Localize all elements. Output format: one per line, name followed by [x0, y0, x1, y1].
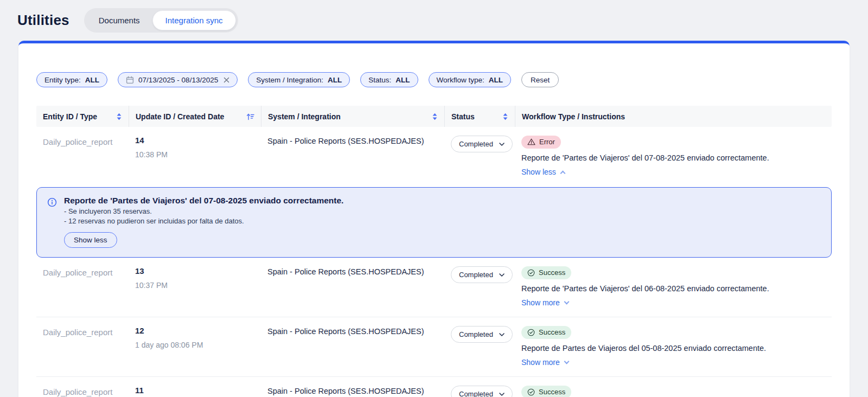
sort-icon [116, 113, 122, 120]
instruction-text: Reporte de 'Partes de Viajeros' del 06-0… [521, 284, 825, 293]
filter-workflow-type[interactable]: Workflow type: ALL [429, 72, 512, 87]
status-cell: Completed [444, 266, 515, 308]
status-cell: Completed [444, 136, 515, 177]
status-dropdown[interactable]: Completed [451, 136, 513, 152]
workflow-cell: Success Reporte de Partes de Viajeros de… [515, 386, 832, 397]
status-badge: Success [521, 386, 571, 397]
update-cell: 13 10:37 PM [129, 266, 261, 308]
workflow-cell: Success Reporte de Partes de Viajeros de… [515, 326, 832, 367]
column-header-update-id[interactable]: Update ID / Created Date [129, 106, 261, 127]
expanded-report-panel: Reporte de 'Partes de Viajeros' del 07-0… [36, 187, 832, 258]
status-value: Completed [459, 271, 493, 279]
panel-body: Reporte de 'Partes de Viajeros' del 07-0… [64, 196, 820, 248]
status-badge: Success [521, 326, 571, 339]
table-row: Daily_police_report 14 10:38 PM Spain - … [36, 127, 832, 186]
integration-sync-table: Entity ID / Type Update ID / Created Dat… [36, 106, 832, 397]
show-toggle-link[interactable]: Show more [521, 298, 569, 307]
filter-system-value: ALL [328, 76, 342, 84]
instruction-text: Reporte de 'Partes de Viajeros' del 07-0… [521, 153, 825, 162]
table-row: Daily_police_report 11 1 day ago 08:06 P… [36, 376, 832, 397]
filter-system-integration[interactable]: System / Integration: ALL [248, 72, 350, 87]
tab-documents[interactable]: Documents [86, 10, 152, 30]
column-header-entity-id[interactable]: Entity ID / Type [36, 106, 129, 127]
update-cell: 14 10:38 PM [129, 136, 261, 177]
warning-triangle-icon [527, 138, 535, 145]
panel-detail-line: - Se incluyeron 35 reservas. [64, 207, 820, 215]
filter-status-label: Status: [368, 76, 391, 84]
status-badge: Error [521, 136, 561, 149]
show-toggle-label: Show less [521, 168, 556, 176]
panel-title: Reporte de 'Partes de Viajeros' del 07-0… [64, 196, 820, 206]
filter-workflow-value: ALL [489, 76, 503, 84]
status-value: Completed [459, 330, 493, 338]
page-title: Utilities [17, 12, 69, 29]
status-dropdown[interactable]: Completed [451, 386, 513, 397]
check-circle-icon [527, 388, 535, 396]
sort-ascending-icon [246, 113, 254, 120]
chevron-down-icon [564, 299, 569, 305]
chevron-down-icon [499, 273, 505, 277]
column-header-label: Entity ID / Type [43, 112, 97, 121]
tab-group: Documents Integration sync [84, 8, 238, 33]
created-date: 10:37 PM [135, 281, 254, 290]
update-cell: 12 1 day ago 08:06 PM [129, 326, 261, 367]
entity-id: Daily_police_report [36, 136, 129, 177]
check-circle-icon [527, 269, 535, 277]
filter-entity-type[interactable]: Entity type: ALL [36, 72, 107, 87]
status-dropdown[interactable]: Completed [451, 326, 513, 343]
sort-icon [502, 113, 508, 120]
status-badge: Success [521, 266, 571, 279]
update-id: 14 [135, 136, 254, 145]
system-integration: Spain - Police Reports (SES.HOSPEDAJES) [261, 136, 444, 177]
system-integration: Spain - Police Reports (SES.HOSPEDAJES) [261, 386, 444, 397]
filter-entity-type-value: ALL [85, 76, 99, 84]
workflow-cell: Error Reporte de 'Partes de Viajeros' de… [515, 136, 832, 177]
filter-date-range[interactable]: 07/13/2025 - 08/13/2025 [118, 72, 238, 87]
status-value: Completed [459, 390, 493, 397]
filter-workflow-label: Workflow type: [437, 76, 484, 84]
badge-label: Error [539, 138, 555, 146]
status-dropdown[interactable]: Completed [451, 266, 513, 283]
check-circle-icon [527, 329, 535, 336]
show-toggle-label: Show more [521, 358, 560, 367]
column-header-workflow[interactable]: Workflow Type / Instructions [515, 106, 832, 127]
integration-sync-card: Entity type: ALL 07/13/2025 - 08/13/2025… [18, 41, 850, 397]
show-toggle-label: Show more [521, 298, 560, 307]
created-date: 10:38 PM [135, 150, 254, 159]
chevron-down-icon [564, 359, 569, 364]
panel-detail-line: - 12 reservas no pudieron ser incluidas … [64, 217, 820, 225]
update-id: 12 [135, 326, 254, 335]
table-row: Daily_police_report 13 10:37 PM Spain - … [36, 258, 832, 317]
filter-system-label: System / Integration: [256, 76, 323, 84]
filter-status[interactable]: Status: ALL [360, 72, 418, 87]
info-circle-icon [47, 197, 57, 248]
filter-bar: Entity type: ALL 07/13/2025 - 08/13/2025… [36, 72, 832, 87]
badge-label: Success [539, 388, 565, 396]
chevron-down-icon [499, 393, 505, 396]
entity-id: Daily_police_report [36, 386, 129, 397]
chevron-down-icon [499, 333, 505, 336]
filter-date-range-value: 07/13/2025 - 08/13/2025 [138, 76, 218, 84]
column-header-system[interactable]: System / Integration [261, 106, 444, 127]
reset-button[interactable]: Reset [521, 72, 559, 87]
column-header-label: Workflow Type / Instructions [522, 112, 625, 121]
calendar-icon [126, 76, 134, 84]
column-header-label: Status [451, 112, 475, 121]
system-integration: Spain - Police Reports (SES.HOSPEDAJES) [261, 326, 444, 367]
tab-integration-sync[interactable]: Integration sync [152, 10, 236, 30]
created-date: 1 day ago 08:06 PM [135, 341, 254, 349]
update-id: 11 [135, 386, 254, 395]
status-cell: Completed [444, 326, 515, 367]
instruction-text: Reporte de Partes de Viajeros del 05-08-… [521, 344, 825, 353]
status-cell: Completed [444, 386, 515, 397]
show-toggle-link[interactable]: Show more [521, 358, 569, 367]
column-header-label: Update ID / Created Date [136, 112, 224, 121]
close-icon[interactable] [224, 77, 229, 83]
column-header-status[interactable]: Status [444, 106, 515, 127]
panel-show-less-button[interactable]: Show less [64, 232, 117, 248]
column-header-label: System / Integration [268, 112, 341, 121]
workflow-cell: Success Reporte de 'Partes de Viajeros' … [515, 266, 832, 308]
chevron-up-icon [560, 170, 565, 176]
table-header: Entity ID / Type Update ID / Created Dat… [36, 106, 832, 127]
show-toggle-link[interactable]: Show less [521, 168, 565, 176]
